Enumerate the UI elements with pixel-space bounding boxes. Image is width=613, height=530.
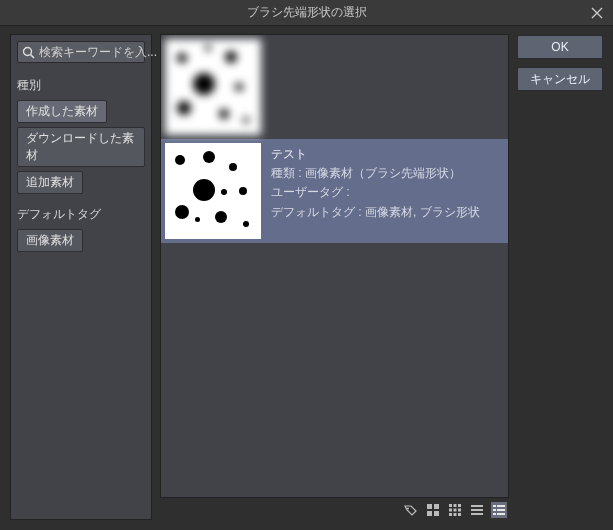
titlebar: ブラシ先端形状の選択 xyxy=(0,0,613,26)
svg-rect-4 xyxy=(434,504,439,509)
svg-rect-5 xyxy=(427,511,432,516)
svg-rect-20 xyxy=(497,505,505,507)
svg-rect-21 xyxy=(493,509,496,511)
list-item[interactable] xyxy=(161,35,508,139)
material-list: テスト 種類 : 画像素材（ブラシ先端形状） ユーザータグ : デフォルトタグ … xyxy=(160,34,509,498)
sidebar-kind-downloaded[interactable]: ダウンロードした素材 xyxy=(17,127,145,167)
close-button[interactable] xyxy=(581,0,613,26)
material-default-line: デフォルトタグ : 画像素材, ブラシ形状 xyxy=(271,203,480,222)
tag-icon xyxy=(404,503,418,517)
view-grid-icon xyxy=(448,503,462,517)
sidebar-kind-created[interactable]: 作成した素材 xyxy=(17,100,107,123)
svg-rect-11 xyxy=(454,509,457,512)
svg-rect-9 xyxy=(458,504,461,507)
view-list-icon xyxy=(470,503,484,517)
material-usertag-line: ユーザータグ : xyxy=(271,183,480,202)
search-icon xyxy=(22,45,35,59)
svg-line-1 xyxy=(31,54,35,58)
material-meta: テスト 種類 : 画像素材（ブラシ先端形状） ユーザータグ : デフォルトタグ … xyxy=(271,143,480,239)
material-thumbnail xyxy=(165,39,261,135)
svg-point-2 xyxy=(407,508,409,510)
material-thumbnail xyxy=(165,143,261,239)
svg-rect-13 xyxy=(449,513,452,516)
view-detail-button[interactable] xyxy=(491,502,507,518)
list-item[interactable]: テスト 種類 : 画像素材（ブラシ先端形状） ユーザータグ : デフォルトタグ … xyxy=(161,139,508,243)
svg-rect-24 xyxy=(497,513,505,515)
material-kind-line: 種類 : 画像素材（ブラシ先端形状） xyxy=(271,164,480,183)
search-box[interactable] xyxy=(17,41,145,63)
ok-button[interactable]: OK xyxy=(517,35,603,59)
sidebar-kind-added[interactable]: 追加素材 xyxy=(17,171,83,194)
view-grid-button[interactable] xyxy=(447,502,463,518)
view-detail-icon xyxy=(492,503,506,517)
svg-rect-17 xyxy=(471,509,483,511)
dialog-title: ブラシ先端形状の選択 xyxy=(247,4,367,21)
svg-rect-19 xyxy=(493,505,496,507)
svg-rect-8 xyxy=(454,504,457,507)
tag-toggle-button[interactable] xyxy=(403,502,419,518)
view-large-button[interactable] xyxy=(425,502,441,518)
sidebar-group-kind-label: 種別 xyxy=(17,77,145,94)
svg-rect-22 xyxy=(497,509,505,511)
svg-rect-16 xyxy=(471,505,483,507)
center-column: テスト 種類 : 画像素材（ブラシ先端形状） ユーザータグ : デフォルトタグ … xyxy=(160,34,509,520)
svg-rect-6 xyxy=(434,511,439,516)
svg-rect-15 xyxy=(458,513,461,516)
svg-rect-12 xyxy=(458,509,461,512)
sidebar: 種別 作成した素材 ダウンロードした素材 追加素材 デフォルトタグ 画像素材 xyxy=(10,34,152,520)
cancel-button[interactable]: キャンセル xyxy=(517,67,603,91)
svg-rect-23 xyxy=(493,513,496,515)
view-large-icon xyxy=(426,503,440,517)
view-list-button[interactable] xyxy=(469,502,485,518)
svg-rect-3 xyxy=(427,504,432,509)
svg-point-0 xyxy=(24,47,32,55)
dialog-buttons: OK キャンセル xyxy=(517,34,603,520)
svg-rect-14 xyxy=(454,513,457,516)
svg-rect-18 xyxy=(471,513,483,515)
sidebar-group-tag-label: デフォルトタグ xyxy=(17,206,145,223)
sidebar-tag-image[interactable]: 画像素材 xyxy=(17,229,83,252)
svg-rect-10 xyxy=(449,509,452,512)
view-toolbar xyxy=(160,498,509,520)
close-icon xyxy=(591,7,603,19)
material-name: テスト xyxy=(271,145,480,164)
svg-rect-7 xyxy=(449,504,452,507)
